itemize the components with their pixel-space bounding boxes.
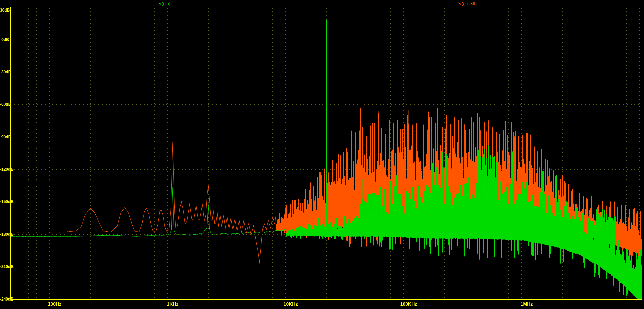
fft-plot-canvas[interactable] bbox=[0, 0, 644, 309]
legend-trace-0[interactable]: V(sla) bbox=[159, 1, 171, 6]
x-axis-tick-label: 1MHz bbox=[521, 301, 533, 307]
legend-trace-1[interactable]: V(su_89) bbox=[458, 1, 477, 6]
x-axis-tick-label: 100KHz bbox=[400, 301, 417, 307]
y-axis-tick-label: -120dB bbox=[0, 167, 9, 172]
waveform-viewer-pane: V(sla) V(su_89) 30dB0dB-30dB-60dB-90dB-1… bbox=[0, 0, 644, 309]
y-axis-tick-label: 0dB bbox=[0, 37, 9, 42]
y-axis-tick-label: -90dB bbox=[0, 135, 9, 139]
y-axis-tick-label: 30dB bbox=[0, 8, 9, 13]
y-axis-tick-label: -150dB bbox=[0, 199, 9, 204]
y-axis-tick-label: -60dB bbox=[0, 102, 9, 107]
y-axis-tick-label: -240dB bbox=[0, 297, 9, 302]
y-axis-tick-label: -210dB bbox=[0, 264, 9, 269]
x-axis-tick-label: 1KHz bbox=[167, 301, 178, 307]
x-axis-tick-label: 10KHz bbox=[284, 301, 298, 307]
y-axis-tick-label: -30dB bbox=[0, 70, 9, 74]
x-axis-tick-label: 100Hz bbox=[48, 301, 61, 307]
y-axis-tick-label: -180dB bbox=[0, 232, 9, 237]
